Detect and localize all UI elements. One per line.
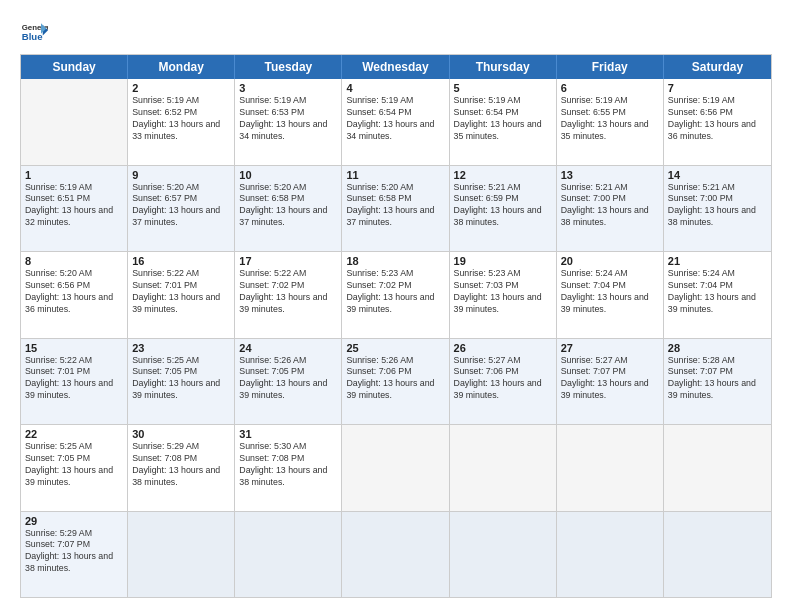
cell-info: Sunrise: 5:26 AM Sunset: 7:05 PM Dayligh…: [239, 355, 337, 403]
cell-info: Sunrise: 5:23 AM Sunset: 7:03 PM Dayligh…: [454, 268, 552, 316]
day-number: 10: [239, 169, 337, 181]
calendar-week-1: 2Sunrise: 5:19 AM Sunset: 6:52 PM Daylig…: [21, 79, 771, 166]
cell-info: Sunrise: 5:22 AM Sunset: 7:01 PM Dayligh…: [25, 355, 123, 403]
cell-info: Sunrise: 5:21 AM Sunset: 7:00 PM Dayligh…: [561, 182, 659, 230]
day-cell-15: 15Sunrise: 5:22 AM Sunset: 7:01 PM Dayli…: [21, 339, 128, 425]
empty-cell: [557, 512, 664, 598]
day-cell-23: 23Sunrise: 5:25 AM Sunset: 7:05 PM Dayli…: [128, 339, 235, 425]
day-cell-11: 11Sunrise: 5:20 AM Sunset: 6:58 PM Dayli…: [342, 166, 449, 252]
day-number: 11: [346, 169, 444, 181]
day-number: 20: [561, 255, 659, 267]
day-cell-18: 18Sunrise: 5:23 AM Sunset: 7:02 PM Dayli…: [342, 252, 449, 338]
day-number: 23: [132, 342, 230, 354]
day-number: 24: [239, 342, 337, 354]
day-number: 26: [454, 342, 552, 354]
day-cell-21: 21Sunrise: 5:24 AM Sunset: 7:04 PM Dayli…: [664, 252, 771, 338]
empty-cell: [342, 512, 449, 598]
header-day-thursday: Thursday: [450, 55, 557, 79]
calendar-week-2: 1Sunrise: 5:19 AM Sunset: 6:51 PM Daylig…: [21, 166, 771, 253]
cell-info: Sunrise: 5:19 AM Sunset: 6:51 PM Dayligh…: [25, 182, 123, 230]
cell-info: Sunrise: 5:24 AM Sunset: 7:04 PM Dayligh…: [561, 268, 659, 316]
day-cell-4: 4Sunrise: 5:19 AM Sunset: 6:54 PM Daylig…: [342, 79, 449, 165]
calendar: SundayMondayTuesdayWednesdayThursdayFrid…: [20, 54, 772, 598]
empty-cell: [235, 512, 342, 598]
day-number: 16: [132, 255, 230, 267]
day-cell-7: 7Sunrise: 5:19 AM Sunset: 6:56 PM Daylig…: [664, 79, 771, 165]
day-cell-8: 8Sunrise: 5:20 AM Sunset: 6:56 PM Daylig…: [21, 252, 128, 338]
day-cell-12: 12Sunrise: 5:21 AM Sunset: 6:59 PM Dayli…: [450, 166, 557, 252]
cell-info: Sunrise: 5:29 AM Sunset: 7:07 PM Dayligh…: [25, 528, 123, 576]
day-number: 29: [25, 515, 123, 527]
cell-info: Sunrise: 5:19 AM Sunset: 6:52 PM Dayligh…: [132, 95, 230, 143]
cell-info: Sunrise: 5:24 AM Sunset: 7:04 PM Dayligh…: [668, 268, 767, 316]
day-number: 31: [239, 428, 337, 440]
day-number: 7: [668, 82, 767, 94]
cell-info: Sunrise: 5:22 AM Sunset: 7:02 PM Dayligh…: [239, 268, 337, 316]
header-day-tuesday: Tuesday: [235, 55, 342, 79]
page: General Blue SundayMondayTuesdayWednesda…: [0, 0, 792, 612]
logo: General Blue: [20, 18, 48, 46]
day-number: 8: [25, 255, 123, 267]
cell-info: Sunrise: 5:27 AM Sunset: 7:06 PM Dayligh…: [454, 355, 552, 403]
cell-info: Sunrise: 5:19 AM Sunset: 6:55 PM Dayligh…: [561, 95, 659, 143]
day-cell-29: 29Sunrise: 5:29 AM Sunset: 7:07 PM Dayli…: [21, 512, 128, 598]
day-number: 6: [561, 82, 659, 94]
calendar-week-4: 15Sunrise: 5:22 AM Sunset: 7:01 PM Dayli…: [21, 339, 771, 426]
cell-info: Sunrise: 5:29 AM Sunset: 7:08 PM Dayligh…: [132, 441, 230, 489]
cell-info: Sunrise: 5:19 AM Sunset: 6:54 PM Dayligh…: [454, 95, 552, 143]
day-cell-30: 30Sunrise: 5:29 AM Sunset: 7:08 PM Dayli…: [128, 425, 235, 511]
day-number: 21: [668, 255, 767, 267]
day-cell-26: 26Sunrise: 5:27 AM Sunset: 7:06 PM Dayli…: [450, 339, 557, 425]
day-cell-3: 3Sunrise: 5:19 AM Sunset: 6:53 PM Daylig…: [235, 79, 342, 165]
day-cell-17: 17Sunrise: 5:22 AM Sunset: 7:02 PM Dayli…: [235, 252, 342, 338]
empty-cell: [664, 512, 771, 598]
empty-cell: [664, 425, 771, 511]
day-cell-24: 24Sunrise: 5:26 AM Sunset: 7:05 PM Dayli…: [235, 339, 342, 425]
empty-cell: [450, 512, 557, 598]
calendar-week-6: 29Sunrise: 5:29 AM Sunset: 7:07 PM Dayli…: [21, 512, 771, 598]
day-number: 14: [668, 169, 767, 181]
day-cell-5: 5Sunrise: 5:19 AM Sunset: 6:54 PM Daylig…: [450, 79, 557, 165]
day-cell-2: 2Sunrise: 5:19 AM Sunset: 6:52 PM Daylig…: [128, 79, 235, 165]
logo-icon: General Blue: [20, 18, 48, 46]
header-day-monday: Monday: [128, 55, 235, 79]
day-number: 22: [25, 428, 123, 440]
empty-cell: [128, 512, 235, 598]
day-cell-1: 1Sunrise: 5:19 AM Sunset: 6:51 PM Daylig…: [21, 166, 128, 252]
day-cell-28: 28Sunrise: 5:28 AM Sunset: 7:07 PM Dayli…: [664, 339, 771, 425]
svg-text:Blue: Blue: [22, 31, 43, 42]
calendar-week-3: 8Sunrise: 5:20 AM Sunset: 6:56 PM Daylig…: [21, 252, 771, 339]
day-cell-22: 22Sunrise: 5:25 AM Sunset: 7:05 PM Dayli…: [21, 425, 128, 511]
day-number: 27: [561, 342, 659, 354]
calendar-body: 2Sunrise: 5:19 AM Sunset: 6:52 PM Daylig…: [21, 79, 771, 597]
day-number: 17: [239, 255, 337, 267]
day-number: 18: [346, 255, 444, 267]
cell-info: Sunrise: 5:20 AM Sunset: 6:57 PM Dayligh…: [132, 182, 230, 230]
day-number: 30: [132, 428, 230, 440]
day-cell-9: 9Sunrise: 5:20 AM Sunset: 6:57 PM Daylig…: [128, 166, 235, 252]
cell-info: Sunrise: 5:20 AM Sunset: 6:58 PM Dayligh…: [239, 182, 337, 230]
cell-info: Sunrise: 5:20 AM Sunset: 6:58 PM Dayligh…: [346, 182, 444, 230]
day-number: 12: [454, 169, 552, 181]
empty-cell: [450, 425, 557, 511]
cell-info: Sunrise: 5:21 AM Sunset: 7:00 PM Dayligh…: [668, 182, 767, 230]
day-number: 25: [346, 342, 444, 354]
day-number: 19: [454, 255, 552, 267]
cell-info: Sunrise: 5:19 AM Sunset: 6:54 PM Dayligh…: [346, 95, 444, 143]
cell-info: Sunrise: 5:19 AM Sunset: 6:56 PM Dayligh…: [668, 95, 767, 143]
header-day-friday: Friday: [557, 55, 664, 79]
cell-info: Sunrise: 5:30 AM Sunset: 7:08 PM Dayligh…: [239, 441, 337, 489]
cell-info: Sunrise: 5:26 AM Sunset: 7:06 PM Dayligh…: [346, 355, 444, 403]
cell-info: Sunrise: 5:25 AM Sunset: 7:05 PM Dayligh…: [25, 441, 123, 489]
day-cell-20: 20Sunrise: 5:24 AM Sunset: 7:04 PM Dayli…: [557, 252, 664, 338]
day-number: 1: [25, 169, 123, 181]
cell-info: Sunrise: 5:20 AM Sunset: 6:56 PM Dayligh…: [25, 268, 123, 316]
day-cell-10: 10Sunrise: 5:20 AM Sunset: 6:58 PM Dayli…: [235, 166, 342, 252]
cell-info: Sunrise: 5:27 AM Sunset: 7:07 PM Dayligh…: [561, 355, 659, 403]
header-day-wednesday: Wednesday: [342, 55, 449, 79]
day-number: 4: [346, 82, 444, 94]
day-cell-31: 31Sunrise: 5:30 AM Sunset: 7:08 PM Dayli…: [235, 425, 342, 511]
header-day-sunday: Sunday: [21, 55, 128, 79]
empty-cell: [21, 79, 128, 165]
day-number: 13: [561, 169, 659, 181]
